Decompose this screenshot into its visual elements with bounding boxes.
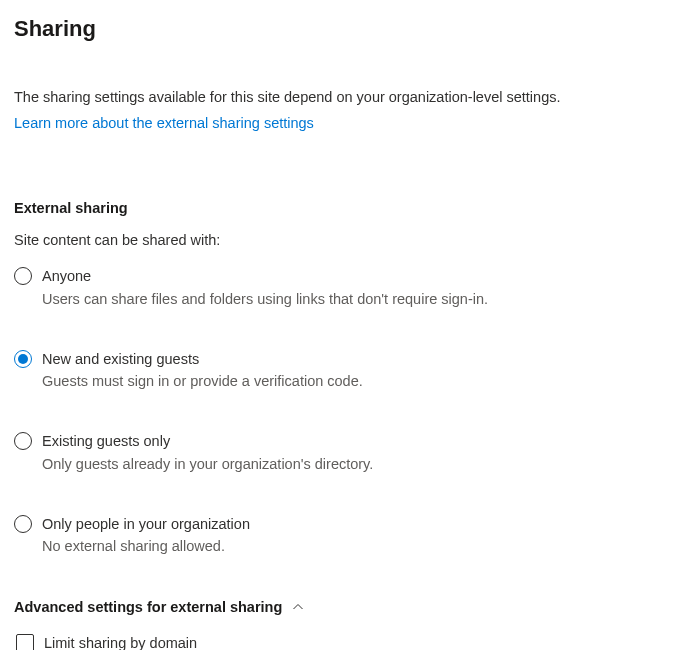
radio-label: Existing guests only xyxy=(42,431,373,451)
radio-icon xyxy=(14,350,32,368)
radio-label: Anyone xyxy=(42,266,488,286)
radio-icon xyxy=(14,515,32,533)
radio-description: Only guests already in your organization… xyxy=(42,454,373,474)
radio-label: Only people in your organization xyxy=(42,514,250,534)
external-sharing-heading: External sharing xyxy=(14,198,686,218)
radio-description: Guests must sign in or provide a verific… xyxy=(42,371,363,391)
radio-icon xyxy=(14,432,32,450)
external-sharing-radio-group: Anyone Users can share files and folders… xyxy=(14,266,686,556)
radio-icon xyxy=(14,267,32,285)
radio-description: Users can share files and folders using … xyxy=(42,289,488,309)
radio-option-org-only[interactable]: Only people in your organization No exte… xyxy=(14,514,686,557)
advanced-settings-toggle[interactable]: Advanced settings for external sharing xyxy=(14,597,686,617)
chevron-up-icon xyxy=(292,601,304,613)
checkbox-label: Limit sharing by domain xyxy=(44,633,197,650)
intro-text: The sharing settings available for this … xyxy=(14,87,686,107)
advanced-settings-label: Advanced settings for external sharing xyxy=(14,597,282,617)
radio-description: No external sharing allowed. xyxy=(42,536,250,556)
page-title: Sharing xyxy=(14,14,686,45)
share-with-subtext: Site content can be shared with: xyxy=(14,230,686,250)
radio-option-anyone[interactable]: Anyone Users can share files and folders… xyxy=(14,266,686,309)
radio-label: New and existing guests xyxy=(42,349,363,369)
limit-sharing-domain-checkbox[interactable]: Limit sharing by domain xyxy=(16,633,686,650)
radio-option-existing-guests[interactable]: Existing guests only Only guests already… xyxy=(14,431,686,474)
learn-more-link[interactable]: Learn more about the external sharing se… xyxy=(14,115,314,131)
radio-option-new-existing-guests[interactable]: New and existing guests Guests must sign… xyxy=(14,349,686,392)
checkbox-icon xyxy=(16,634,34,650)
